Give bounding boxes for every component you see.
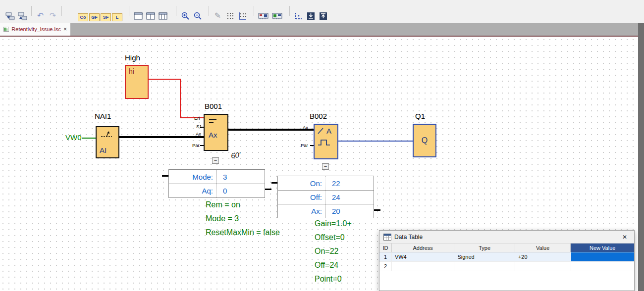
block-high-text: hi (129, 67, 134, 75)
param-row: Aq: 0 (169, 184, 265, 197)
zoom-out-icon (193, 11, 202, 20)
label-tool-button[interactable]: L (112, 13, 122, 21)
layout-split-2-icon (146, 12, 155, 20)
param-value: 22 (325, 176, 374, 190)
tab-retentivity-issue[interactable]: Retentivity_issue.lsc × (0, 23, 70, 36)
line-tool-button[interactable]: ✎ (212, 10, 224, 21)
toolbar-group-simulation (257, 10, 284, 21)
cell-type: Signed (454, 252, 515, 261)
param-name: Mode: (169, 170, 216, 184)
block-label-b002: B002 (310, 112, 327, 120)
wire-green[interactable] (82, 138, 96, 139)
wire-red[interactable] (180, 117, 204, 118)
block-high[interactable]: hi (125, 65, 149, 99)
table-row[interactable]: 1 VW4 Signed +20 (379, 252, 634, 262)
close-icon[interactable]: ✕ (619, 234, 630, 241)
data-table-titlebar[interactable]: Data Table ✕ (379, 231, 634, 243)
tab-bar: Retentivity_issue.lsc × (0, 23, 644, 37)
data-table-header: ID Address Type Value New Value (379, 243, 634, 252)
wire-red[interactable] (180, 79, 181, 118)
port-en: En (194, 115, 200, 121)
simulation-icon (258, 12, 269, 20)
zoom-in-button[interactable] (179, 10, 191, 21)
simulation-button[interactable] (257, 10, 270, 21)
param-row: Mode: 3 (169, 170, 265, 184)
column-header-id[interactable]: ID (379, 243, 392, 252)
param-name: Off: (278, 191, 325, 204)
toolbar-group-transfer (4, 10, 29, 21)
annotation-b002: Gain=1.0+ (315, 219, 352, 228)
toolbar-group-transfer2 (292, 10, 329, 21)
column-header-type[interactable]: Type (454, 243, 515, 252)
annotation-b001: Rem = on (206, 200, 240, 209)
column-header-value[interactable]: Value (515, 243, 571, 252)
window-edge (638, 23, 644, 291)
param-box-b002[interactable]: On: 22 Off: 24 Ax: 20 (277, 176, 374, 218)
reference-line-button[interactable] (292, 10, 305, 21)
toolbar-group-edit: ✎ (212, 10, 249, 21)
analog-input-icon (101, 131, 112, 139)
pulse-icon (318, 139, 331, 146)
collapse-button-b001[interactable]: − (212, 157, 219, 164)
zoom-in-icon (181, 11, 190, 20)
raster-icon (226, 12, 234, 20)
port-ax: Ax (196, 131, 201, 137)
online-test-button[interactable] (270, 10, 284, 21)
toolbar-group-palette: Co GF SF L (77, 13, 123, 21)
cell-address: VW4 (392, 252, 455, 261)
new-value-cell[interactable] (571, 252, 635, 261)
download-to-device-button[interactable] (4, 10, 16, 21)
basic-functions-button[interactable]: GF (89, 13, 100, 21)
block-q1-text: Q (414, 136, 435, 145)
block-label-high: High (125, 53, 140, 62)
block-ai-text: AI (100, 146, 107, 154)
amplifier-icon (209, 119, 216, 120)
constants-button[interactable]: Co (78, 13, 88, 21)
column-header-new-value[interactable]: New Value (571, 243, 634, 252)
param-value: 3 (216, 170, 265, 184)
reference-line-icon (294, 12, 303, 20)
tab-label: Retentivity_issue.lsc (11, 26, 61, 32)
block-analog-amplifier[interactable]: Ax (204, 114, 228, 151)
redo-button[interactable]: ↷ (47, 10, 59, 21)
toolbar-separator (129, 6, 129, 16)
wire-red[interactable] (148, 79, 181, 80)
port-par: Par (192, 143, 200, 148)
annotation-b002: Point=0 (315, 275, 342, 284)
toolbar-group-undo: ↶ ↷ (34, 10, 59, 21)
toolbar: ↶ ↷ Co GF SF L (0, 0, 644, 23)
block-analog-input[interactable]: AI (96, 126, 119, 158)
zoom-out-button[interactable] (191, 10, 204, 21)
layout-split-2-button[interactable] (144, 10, 157, 21)
undo-button[interactable]: ↶ (34, 10, 47, 21)
special-functions-button[interactable]: SF (101, 13, 111, 21)
upload-arrow-icon (319, 12, 327, 20)
port-par: Par (301, 143, 308, 148)
layout-single-button[interactable] (132, 10, 144, 21)
param-box-b001[interactable]: Mode: 3 Aq: 0 (168, 169, 265, 198)
cursor-artifact: 60′ (230, 150, 241, 160)
toolbar-separator (31, 6, 32, 16)
param-row: Off: 24 (278, 190, 374, 204)
wire-black[interactable] (119, 136, 204, 138)
block-output-q1[interactable]: Q (413, 124, 436, 157)
wire-black[interactable] (228, 129, 314, 131)
block-threshold-trigger[interactable]: A (314, 124, 338, 159)
new-value-cell[interactable] (571, 262, 635, 271)
snap-raster-button[interactable] (236, 10, 249, 21)
tab-close-icon[interactable]: × (63, 26, 67, 33)
collapse-button-b002[interactable]: − (322, 163, 329, 170)
block-label-q1: Q1 (415, 112, 425, 120)
annotation-b002: Offset=0 (315, 233, 345, 242)
table-row[interactable]: 2 (379, 262, 634, 271)
upload-arrow-button[interactable] (317, 10, 329, 21)
column-header-address[interactable]: Address (392, 243, 455, 252)
layout-split-3-button[interactable] (157, 10, 169, 21)
annotation-b002: On=22 (315, 247, 338, 256)
block-label-nai1: NAI1 (95, 112, 111, 120)
download-arrow-button[interactable] (305, 10, 317, 21)
raster-button[interactable] (224, 10, 236, 21)
param-name: Aq: (169, 184, 216, 197)
wire-blue[interactable] (338, 141, 413, 142)
upload-from-device-button[interactable] (16, 10, 29, 21)
